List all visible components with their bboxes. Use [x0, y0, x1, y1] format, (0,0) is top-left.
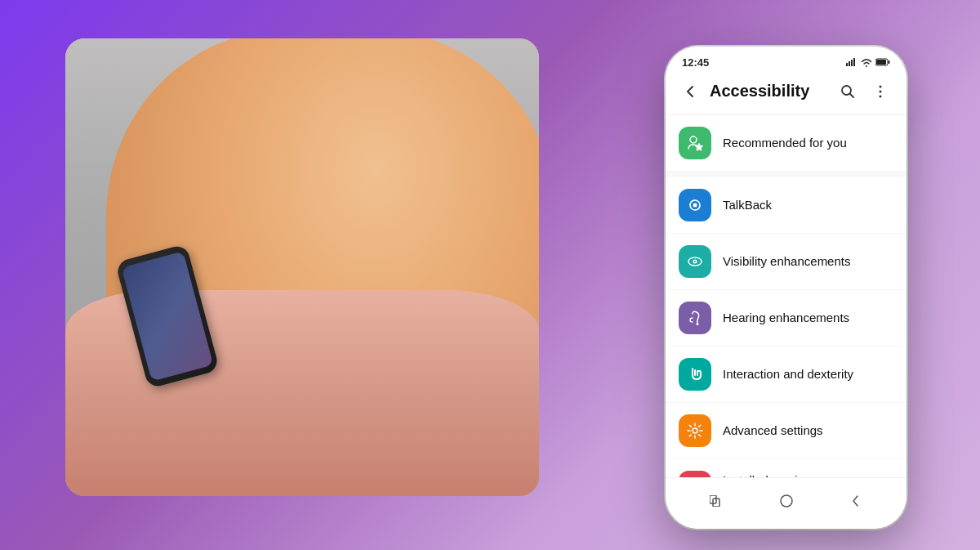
menu-item-recommended[interactable]: Recommended for you	[666, 115, 906, 171]
bottom-nav	[666, 477, 906, 529]
app-header: Accessibility	[666, 72, 906, 115]
menu-item-talkback[interactable]: TalkBack	[666, 177, 906, 234]
svg-point-14	[693, 203, 697, 207]
svg-rect-0	[846, 63, 848, 66]
interaction-text: Interaction and dexterity	[723, 366, 893, 382]
wifi-icon	[861, 58, 872, 67]
menu-item-installed[interactable]: Installed services 2 services	[666, 459, 906, 477]
recommended-icon	[679, 127, 711, 159]
svg-rect-1	[849, 61, 850, 66]
svg-point-11	[880, 95, 882, 97]
svg-point-12	[690, 136, 697, 143]
visibility-text: Visibility enhancements	[723, 253, 893, 270]
page-title: Accessibility	[710, 82, 826, 101]
phone-frame: 12:45	[666, 47, 906, 529]
installed-icon	[679, 471, 711, 477]
status-icons	[846, 58, 890, 67]
battery-icon	[875, 58, 890, 66]
svg-rect-2	[851, 60, 853, 66]
recommended-text: Recommended for you	[723, 135, 893, 151]
svg-rect-3	[853, 58, 855, 66]
menu-list: Recommended for you	[666, 115, 906, 477]
hearing-text: Hearing enhancements	[723, 310, 893, 326]
menu-section-recommended: Recommended for you	[666, 115, 906, 171]
hearing-label: Hearing enhancements	[723, 310, 893, 326]
background-photo	[65, 38, 539, 496]
svg-point-18	[697, 323, 699, 325]
menu-item-advanced[interactable]: Advanced settings	[666, 403, 906, 459]
header-actions	[835, 78, 893, 105]
advanced-text: Advanced settings	[723, 423, 893, 439]
status-bar: 12:45	[666, 47, 906, 72]
back-nav-button[interactable]	[841, 486, 871, 516]
signal-icon	[846, 58, 858, 66]
svg-point-19	[693, 428, 697, 433]
menu-item-hearing[interactable]: Hearing enhancements	[666, 290, 906, 347]
home-button[interactable]	[772, 486, 801, 516]
interaction-icon	[679, 358, 711, 391]
svg-point-17	[694, 261, 696, 262]
svg-point-9	[880, 85, 882, 87]
visibility-icon	[679, 245, 711, 278]
svg-rect-5	[876, 60, 886, 65]
more-options-button[interactable]	[867, 78, 893, 105]
svg-point-31	[781, 495, 792, 507]
talkback-label: TalkBack	[723, 197, 893, 213]
status-time: 12:45	[682, 56, 709, 69]
scene-container: 12:45	[41, 22, 939, 529]
interaction-label: Interaction and dexterity	[723, 366, 893, 382]
advanced-icon	[679, 414, 711, 447]
svg-rect-6	[889, 60, 890, 64]
menu-item-interaction[interactable]: Interaction and dexterity	[666, 347, 906, 403]
svg-line-8	[850, 93, 854, 97]
advanced-label: Advanced settings	[723, 423, 893, 439]
talkback-text: TalkBack	[723, 197, 893, 213]
hearing-icon	[679, 302, 711, 334]
recents-button[interactable]	[702, 486, 732, 516]
menu-section-main: TalkBack Visibility enhancemen	[666, 177, 906, 477]
menu-item-visibility[interactable]: Visibility enhancements	[666, 234, 906, 290]
search-button[interactable]	[835, 78, 861, 105]
visibility-label: Visibility enhancements	[723, 253, 893, 270]
talkback-icon	[679, 189, 711, 221]
recommended-label: Recommended for you	[723, 135, 893, 151]
svg-point-10	[880, 90, 882, 92]
back-button[interactable]	[679, 80, 702, 103]
